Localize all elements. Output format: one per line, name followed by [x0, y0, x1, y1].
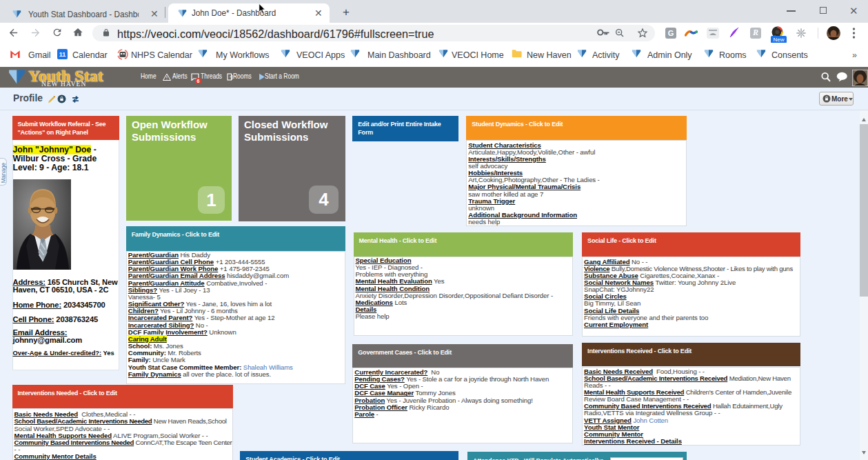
svg-text:11: 11 — [59, 51, 66, 58]
svg-text:Manage: Manage — [1, 162, 7, 183]
